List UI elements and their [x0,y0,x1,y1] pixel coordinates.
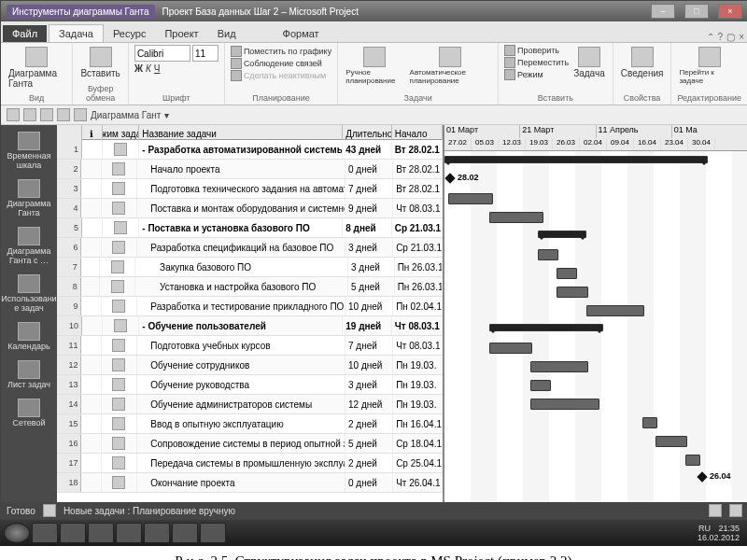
gantt-bar[interactable] [586,305,644,316]
task-mode-icon [112,437,125,450]
sidebar-item-0[interactable]: Временная шкала [1,129,57,173]
table-row[interactable]: 7Закупка базового ПО3 днейПн 26.03.1 [57,258,443,277]
gantt-bar[interactable] [489,324,603,331]
ribbon-minimize-icon[interactable]: ⌃ [707,32,714,42]
table-row[interactable]: 4Поставка и монтаж оборудования и систем… [57,199,443,218]
table-row[interactable]: 2Начало проекта0 днейВт 28.02.1 [57,160,443,179]
taskbar-app-icon[interactable] [88,523,114,543]
inspect-button[interactable]: Проверить [504,45,569,56]
italic-button[interactable]: К [146,63,151,74]
sidebar-item-2[interactable]: Диаграмма Ганта с … [1,224,57,268]
taskbar-explorer-icon[interactable] [60,523,86,543]
table-row[interactable]: 16Сопровождение системы в период опытной… [57,434,443,454]
gantt-selector-icon[interactable] [74,108,87,121]
gantt-bar[interactable] [530,399,599,410]
gantt-bar[interactable] [642,417,657,428]
tab-project[interactable]: Проект [155,25,207,42]
underline-button[interactable]: Ч [154,63,161,74]
tool-icon-2[interactable] [23,108,36,121]
sidebar-item-6[interactable]: Сетевой [1,396,57,430]
maximize-button[interactable]: □ [684,4,709,19]
table-row[interactable]: 9Разработка и тестирование прикладного П… [57,297,443,316]
info-button[interactable]: Сведения [619,45,666,80]
taskbar-utorrent-icon[interactable] [144,523,170,543]
gantt-bar[interactable] [655,436,687,447]
gantt-bar[interactable] [557,268,577,279]
gantt-bar[interactable] [530,380,551,391]
table-row[interactable]: 8Установка и настройка базового ПО5 дней… [57,277,443,297]
tray-clock[interactable]: RU 21:3516.02.2012 [698,524,743,542]
table-row[interactable]: 5- Поставка и установка базового ПО8 дне… [57,218,443,238]
view-zoom-icon[interactable] [729,504,742,517]
milestone-icon[interactable] [697,471,707,482]
sidebar-icon [18,399,40,417]
tab-resource[interactable]: Ресурс [104,25,155,42]
gantt-bar[interactable] [685,455,700,466]
taskbar-yandex-icon[interactable] [116,523,142,543]
table-row[interactable]: 14Обучение администраторов системы12 дне… [57,395,443,414]
sidebar-item-5[interactable]: Лист задач [1,357,57,392]
new-task-button[interactable]: Задача [571,45,607,80]
inactive-icon [231,70,242,81]
sidebar-item-3[interactable]: Использование задач [1,272,57,315]
table-row[interactable]: 10- Обучение пользователей19 днейЧт 08.0… [57,316,443,336]
gantt-bar[interactable] [448,193,493,204]
milestone-label: 26.04 [710,471,731,481]
titlebar: Инструменты диаграммы Ганта Проект База … [1,1,747,21]
tab-view[interactable]: Вид [208,25,246,42]
tray-lang[interactable]: RU [698,524,711,533]
gantt-chart-button[interactable]: Диаграмма Ганта [7,45,66,91]
gantt-bar[interactable] [489,212,543,223]
inactivate-button[interactable]: Сделать неактивным [231,70,326,81]
table-row[interactable]: 13Обучение руководства3 днейПн 19.03. [57,375,443,395]
taskbar-ie-icon[interactable] [32,523,58,543]
tab-format[interactable]: Формат [274,25,329,42]
window-state-icon[interactable]: ▢ [726,32,735,42]
goto-task-button[interactable]: Перейти к задаче [677,45,741,87]
start-button[interactable] [4,523,30,543]
paste-button[interactable]: Вставить [78,45,121,80]
view-normal-icon[interactable] [709,504,722,517]
minimize-button[interactable]: – [651,4,675,19]
font-name[interactable] [134,45,190,62]
auto-schedule-button[interactable]: Автоматическое планирование [408,45,493,87]
tab-task[interactable]: Задача [49,24,104,42]
gantt-chart-area[interactable]: 28.0226.04 [444,151,747,502]
tool-icon-4[interactable] [57,108,70,121]
table-row[interactable]: 15Ввод в опытную эксплуатацию2 днейПн 16… [57,414,443,434]
table-row[interactable]: 17Передача системы в промышленную эксплу… [57,454,443,473]
bold-button[interactable]: Ж [134,63,143,74]
file-tab[interactable]: Файл [3,25,47,42]
mode-button[interactable]: Режим [504,69,569,80]
taskbar-project-icon[interactable] [200,523,226,543]
table-row[interactable]: 3Подготовка технического задания на авто… [57,179,443,199]
small-close-icon[interactable]: × [739,32,744,42]
task-mode-icon [112,358,125,371]
gantt-bar[interactable] [489,343,532,354]
move-button[interactable]: Переместить [504,57,569,68]
milestone-icon[interactable] [444,173,455,183]
task-mode-icon [112,398,125,411]
taskbar-word-icon[interactable] [172,523,198,543]
table-row[interactable]: 6Разработка спецификаций на базовое ПО3 … [57,238,443,258]
gantt-bar[interactable] [530,361,588,372]
tool-icon-3[interactable] [40,108,53,121]
table-row[interactable]: 18Окончание проекта0 днейЧт 26.04.1 [57,473,443,493]
manual-schedule-button[interactable]: Ручное планирование [344,45,404,87]
sidebar-item-1[interactable]: Диаграмма Ганта [1,176,57,220]
gantt-bar[interactable] [557,287,588,298]
font-size[interactable] [192,45,218,62]
schedule-move-button[interactable]: Поместить по графику [231,46,331,57]
respect-links-button[interactable]: Соблюдение связей [231,58,322,69]
close-button[interactable]: × [718,4,742,19]
tool-icon-1[interactable] [7,108,20,121]
sidebar-item-4[interactable]: Календарь [1,319,57,354]
table-row[interactable]: 12Обучение сотрудников10 днейПн 19.03. [57,356,443,375]
table-row[interactable]: 1- Разработка автоматизированной системы… [57,140,443,160]
gantt-bar[interactable] [538,249,558,260]
help-icon[interactable]: ? [718,32,724,42]
gantt-bar[interactable] [538,231,586,238]
table-row[interactable]: 11Подготовка учебных курсов7 днейЧт 08.0… [57,336,443,356]
table-header: ℹ Режим задачи Название задачи Длительно… [57,125,443,140]
gantt-bar[interactable] [444,156,708,163]
